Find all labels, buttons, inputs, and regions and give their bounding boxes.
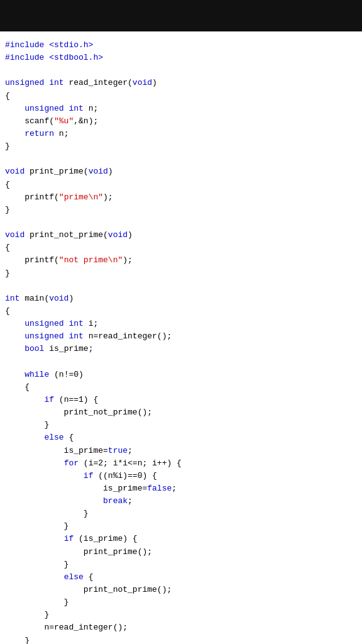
code-line-14: }	[5, 204, 357, 216]
code-line-blank-3	[5, 216, 357, 229]
code-line-41: print_prime();	[5, 546, 357, 558]
code-line-25: bool is_prime;	[5, 343, 357, 355]
top-bar	[0, 0, 362, 31]
code-line-31: }	[5, 419, 357, 431]
code-line-5: {	[5, 90, 357, 103]
code-line-42: }	[5, 558, 357, 571]
code-line-35: if ((n%i)==0) {	[5, 470, 357, 482]
code-line-36: is_prime=false;	[5, 482, 357, 495]
code-line-38: }	[5, 508, 357, 520]
code-line-44: print_not_prime();	[5, 584, 357, 596]
code-line-45: }	[5, 596, 357, 609]
code-line-32: else {	[5, 431, 357, 444]
code-line-12: {	[5, 179, 357, 191]
code-line-13: printf("prime\n");	[5, 191, 357, 204]
code-line-19: }	[5, 267, 357, 280]
code-line-blank-1	[5, 64, 357, 77]
code-line-17: {	[5, 242, 357, 254]
code-line-34: for (i=2; i*i<=n; i++) {	[5, 457, 357, 470]
code-line-11: void print_prime(void)	[5, 165, 357, 178]
code-line-24: unsigned int n=read_integer();	[5, 330, 357, 343]
code-line-23: unsigned int i;	[5, 318, 357, 330]
code-line-27: while (n!=0)	[5, 369, 357, 381]
code-line-8: return n;	[5, 128, 357, 140]
code-line-4: unsigned int read_integer(void)	[5, 77, 357, 89]
code-line-37: break;	[5, 495, 357, 508]
code-line-28: {	[5, 381, 357, 394]
code-line-33: is_prime=true;	[5, 445, 357, 457]
code-line-39: }	[5, 520, 357, 533]
code-line-46: }	[5, 609, 357, 621]
code-container: #include <stdio.h> #include <stdbool.h> …	[0, 31, 362, 644]
code-line-18: printf("not prime\n");	[5, 254, 357, 267]
code-line-30: print_not_prime();	[5, 406, 357, 419]
code-line-21: int main(void)	[5, 292, 357, 305]
code-line-43: else {	[5, 571, 357, 584]
code-line-22: {	[5, 305, 357, 318]
code-line-2: #include <stdbool.h>	[5, 52, 357, 64]
code-line-9: }	[5, 140, 357, 153]
code-line-1: #include <stdio.h>	[5, 39, 357, 52]
code-line-47: n=read_integer();	[5, 621, 357, 634]
code-line-blank-5	[5, 356, 357, 369]
code-line-blank-4	[5, 280, 357, 292]
code-line-40: if (is_prime) {	[5, 533, 357, 545]
code-line-16: void print_not_prime(void)	[5, 229, 357, 242]
code-line-29: if (n==1) {	[5, 394, 357, 406]
code-line-6: unsigned int n;	[5, 103, 357, 115]
code-line-7: scanf("%u",&n);	[5, 115, 357, 128]
code-line-blank-2	[5, 153, 357, 165]
code-line-48: }	[5, 635, 357, 644]
